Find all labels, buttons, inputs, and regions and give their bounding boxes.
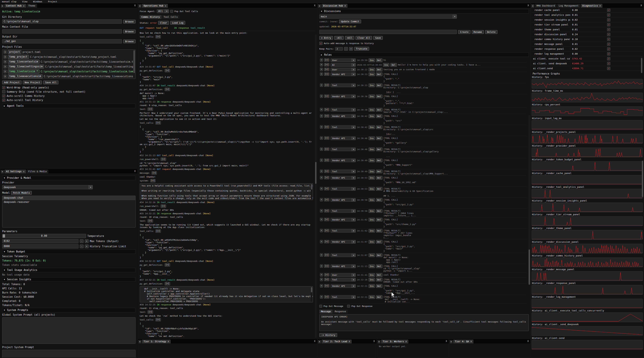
file-badge[interactable]: temp_liveaisettingssim [8,65,44,68]
del-button[interactable]: Del [376,58,382,62]
ins-button[interactable]: Ins [368,273,375,277]
file-badge[interactable]: temp_project [8,55,29,59]
move-entry-button[interactable]: + [320,240,323,243]
timing-checkbox[interactable]: ✓ [607,67,610,70]
panel-scrollbar[interactable] [642,161,643,197]
tab-log-management[interactable]: Log Management [557,4,580,8]
close-tab-icon[interactable]: X [470,340,472,343]
max-tokens-minus-button[interactable]: - [80,239,84,243]
ins-button[interactable]: Ins [368,278,375,281]
expand-button[interactable]: [+] [156,229,161,233]
option-checkbox[interactable]: ✓ [2,99,5,102]
role-select[interactable]: Vendor API▼ [330,240,356,244]
remove-file-button[interactable]: x [4,60,6,63]
timing-checkbox[interactable]: ✓ [607,13,610,16]
discussion-name-input[interactable] [319,30,457,34]
tab-tier3-workers[interactable]: Tier 3: WorkersX [381,340,408,344]
close-tab-icon[interactable]: x [23,170,24,173]
del-button[interactable]: Del [376,229,382,232]
tab-discussion-hub[interactable]: Discussion HubX [322,4,348,8]
keep-pairs-minus-button[interactable]: - [344,47,348,51]
max-tokens-plus-button[interactable]: + [85,239,88,243]
agent-tools-header[interactable]: ▶Agent Tools [2,104,136,108]
move-entry-button[interactable]: + [320,229,323,232]
move-entry-button[interactable]: + [320,187,323,190]
tab-comms-history[interactable]: Comms History [140,15,162,19]
tab-message[interactable]: Message [319,310,332,314]
expand-button[interactable]: [+] [156,121,161,125]
git-browse-button[interactable]: Browse [123,20,136,23]
update-commit-button[interactable]: Update Commit [339,20,361,23]
del-button[interactable]: Del [390,63,397,67]
expand-entry-button[interactable]: [+] [324,284,330,287]
option-checkbox[interactable]: ✓ [2,94,5,98]
role-select[interactable]: Vendor API▼ [330,114,356,118]
box-scrollbar[interactable] [311,184,312,199]
ins-button[interactable]: Ins [368,284,375,288]
expand-button[interactable]: [+] [165,263,170,267]
tab-response[interactable]: Response [333,310,348,314]
ins-button[interactable]: Ins [368,253,375,257]
move-entry-button[interactable]: + [320,84,323,87]
history-limit-minus-button[interactable]: - [80,245,84,248]
collapse-all-button[interactable]: -All [334,36,344,40]
output-dir-input[interactable]: ./md_gen [2,39,122,43]
model-list-item[interactable]: deepseek-reasoner [2,200,135,204]
tab-mma-dashboard[interactable]: MMA Dashboard [535,4,556,8]
clear-button[interactable]: Clear [158,21,169,25]
popout-response-checkbox[interactable] [347,305,350,308]
timings-scrollbar[interactable] [641,56,642,70]
ins-button[interactable]: Ins [383,63,389,67]
file-badge[interactable]: temp_livetoolssim * [8,69,40,73]
provider-model-header[interactable]: ▼Provider & Model [2,176,136,180]
role-select[interactable]: Tool▼ [330,295,356,299]
popout-toolcalls-checkbox[interactable] [170,10,173,13]
close-window-icon[interactable]: X [641,4,642,7]
keep-pairs-plus-button[interactable]: + [349,47,353,51]
move-entry-button[interactable]: + [320,63,323,66]
timing-checkbox[interactable]: ✓ [607,47,610,51]
expand-entry-button[interactable]: [+] [324,265,330,268]
move-entry-button[interactable]: + [320,58,323,62]
main-context-browse-button[interactable]: Browse [123,30,136,33]
expand-entry-button[interactable]: [+] [324,114,330,118]
expand-entry-button[interactable]: [+] [324,198,330,201]
expand-button[interactable]: [+] [165,88,170,91]
expand-entry-button[interactable]: [+] [324,58,330,62]
remove-file-button[interactable]: x [4,65,6,68]
move-entry-button[interactable]: + [320,68,323,71]
ins-button[interactable]: Ins [368,240,375,244]
role-select[interactable]: User▼ [330,58,356,62]
del-button[interactable]: Del [376,68,382,71]
move-entry-button[interactable]: + [320,126,323,129]
expand-entry-button[interactable]: [+] [324,253,330,257]
move-entry-button[interactable]: + [320,253,323,257]
role-select[interactable]: Tool▼ [330,253,356,257]
role-select[interactable]: Tool▼ [330,209,356,213]
git-directory-input[interactable]: C:\projects\manual_slop [2,19,122,24]
timing-checkbox[interactable]: ✓ [607,8,610,12]
discussion-scrollbar[interactable] [528,115,530,285]
close-tab-icon[interactable]: X [168,340,169,343]
output-browse-button[interactable]: Browse [123,39,136,43]
option-checkbox[interactable]: ✓ [2,86,5,89]
expand-entry-button[interactable]: [+] [324,209,330,212]
role-select[interactable]: Vendor API▼ [330,218,356,221]
close-window-icon[interactable]: X [528,340,529,343]
ins-button[interactable]: Ins [368,265,375,268]
timing-checkbox[interactable]: ✓ [607,57,610,60]
expand-entry-button[interactable]: [+] [324,278,330,281]
del-button[interactable]: Del [376,295,382,299]
system-prompts-header[interactable]: ▼System Prompts [2,308,136,312]
tab-ai-settings[interactable]: AI Settingsx [4,170,26,174]
model-list-item[interactable]: deepseek-chat [2,196,135,200]
clear-all-button[interactable]: Clear All [356,36,372,40]
move-entry-button[interactable]: + [320,114,323,118]
close-window-icon[interactable]: X [374,340,375,343]
expand-button[interactable]: [+] [161,204,166,208]
ins-button[interactable]: Ins [368,187,375,191]
expand-button[interactable]: [+] [156,318,161,321]
tab-operations-hub[interactable]: Operations Hubx [142,4,168,8]
window-menu-icon[interactable]: ▼ [378,340,380,344]
menu-item-view[interactable]: View [22,0,27,3]
